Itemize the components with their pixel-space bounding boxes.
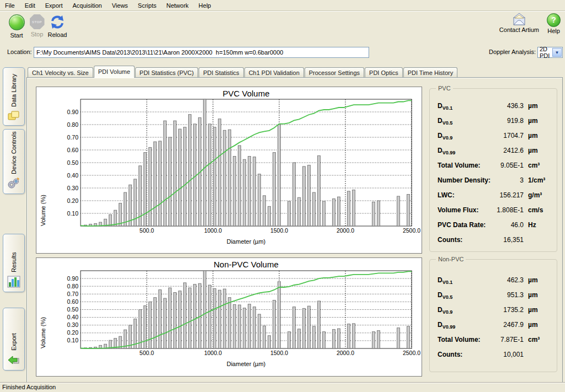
tab-ch1-velocity-vs-size[interactable]: Ch1 Velocity vs. Size (28, 67, 93, 78)
svg-text:1500.0: 1500.0 (270, 227, 288, 234)
svg-text:1000.0: 1000.0 (204, 227, 222, 234)
pvc-stat-row: Number Density:31/cm³ (438, 176, 551, 185)
stat-value: 2467.9 (455, 321, 528, 329)
doppler-analysis-select[interactable]: 2D PDI ▼ (537, 47, 563, 58)
reload-button[interactable]: Reload (42, 13, 72, 38)
stat-label: DV0.99 (438, 147, 455, 155)
location-input[interactable] (34, 47, 369, 58)
menu-item-file[interactable]: File (0, 1, 20, 10)
location-label: Location: (7, 49, 32, 55)
stat-unit: cm/s (528, 206, 551, 214)
sidebar-item-results[interactable]: Results (3, 234, 25, 292)
pvc-stat-row: PVC Data Rate:46.0Hz (438, 221, 551, 229)
location-row: Location: Doppler Analysis: 2D PDI ▼ (0, 46, 565, 58)
stat-unit: 1/cm³ (528, 176, 551, 184)
pvc-stats-rows: DV0.1436.3µmDV0.5919.8µmDV0.91704.7µmDV0… (438, 102, 551, 251)
stat-value: 2412.6 (455, 147, 528, 154)
stat-label: DV0.1 (438, 276, 452, 285)
svg-text:0.10: 0.10 (67, 210, 79, 217)
non-pvc-stat-row: DV0.1462.3µm (438, 276, 551, 284)
non-pvc-stat-row: DV0.91735.2µm (438, 306, 551, 314)
tab-pdi-statistics[interactable]: PDI Statistics (199, 67, 243, 78)
sidebar-item-label: Results (10, 234, 17, 276)
pvc-stat-row: DV0.1436.3µm (438, 102, 551, 110)
tab-pdi-volume[interactable]: PDI Volume (94, 66, 135, 78)
tab-pdi-optics[interactable]: PDI Optics (365, 67, 403, 78)
stat-label: DV0.99 (438, 321, 455, 330)
stat-label: Counts: (438, 236, 462, 244)
tab-ch1-pdi-validation[interactable]: Ch1 PDI Validation (244, 67, 304, 78)
application-window: FileEditExportAcquisitionViewsScriptsNet… (0, 0, 565, 392)
help-button[interactable]: ? Help (547, 11, 561, 34)
stat-unit: µm (528, 291, 551, 299)
non-pvc-stats-title: Non-PVC (436, 256, 466, 262)
svg-text:2500.0: 2500.0 (403, 350, 420, 356)
sidebar-item-device-controls[interactable]: Device Controls (3, 129, 25, 194)
tab-pdi-statistics-pvc-[interactable]: PDI Statistics (PVC) (135, 67, 198, 78)
stat-label: Total Volume: (438, 336, 481, 343)
status-bar: Finished Acquisition (0, 382, 565, 392)
pvc-volume-chart: PVC VolumeVolume (%)Diameter (µm)0.900.8… (36, 87, 422, 254)
svg-text:0.40: 0.40 (67, 314, 79, 320)
bar-chart-icon (7, 276, 20, 289)
doppler-analysis-value: 2D PDI (538, 46, 552, 59)
stat-value: 3 (491, 176, 528, 184)
non-pvc-stats-panel: Non-PVC DV0.1462.3µmDV0.5951.3µmDV0.9173… (429, 259, 557, 372)
pvc-stat-row: DV0.992412.6µm (438, 147, 551, 155)
contact-artium-button[interactable]: Contact Artium (499, 11, 539, 34)
svg-text:0.30: 0.30 (67, 321, 79, 328)
stat-label: DV0.1 (438, 102, 452, 111)
stat-value: 436.3 (452, 102, 528, 110)
svg-text:1500.0: 1500.0 (270, 350, 288, 356)
menu-item-acquisition[interactable]: Acquisition (68, 1, 107, 10)
tab-processor-settings[interactable]: Processor Settings (305, 67, 364, 78)
svg-text:0.20: 0.20 (67, 329, 79, 336)
pvc-stat-row: Counts:16,351 (438, 236, 551, 244)
stat-value: 7.87E-1 (481, 336, 528, 343)
svg-text:2000.0: 2000.0 (337, 227, 354, 234)
menu-item-scripts[interactable]: Scripts (133, 1, 162, 10)
svg-text:0.80: 0.80 (67, 121, 79, 128)
stat-unit: cm³ (528, 336, 551, 343)
menu-item-help[interactable]: Help (194, 1, 216, 10)
stat-unit: µm (528, 276, 551, 284)
menu-item-network[interactable]: Network (161, 1, 193, 10)
stat-value: 462.3 (452, 276, 528, 284)
chart-plot: 0.900.800.700.600.500.400.300.200.10500.… (36, 258, 422, 376)
status-text: Finished Acquisition (2, 384, 56, 390)
stat-unit: µm (528, 117, 551, 125)
stat-unit: cm³ (528, 162, 551, 169)
stat-unit: g/m³ (528, 191, 551, 199)
stat-value: 919.8 (452, 117, 528, 125)
help-icon: ? (547, 13, 561, 27)
pvc-stats-panel: PVC DV0.1436.3µmDV0.5919.8µmDV0.91704.7µ… (429, 88, 557, 252)
tab-pdi-time-history[interactable]: PDI Time History (403, 67, 458, 78)
sidebar-item-export[interactable]: Export (3, 308, 25, 370)
menu-item-edit[interactable]: Edit (20, 1, 40, 10)
stat-value: 156.217 (455, 191, 528, 199)
svg-text:500.0: 500.0 (140, 350, 154, 356)
stat-value: 1704.7 (452, 132, 528, 139)
envelope-icon (510, 12, 529, 26)
stat-value: 9.05E-1 (481, 162, 528, 169)
reload-label: Reload (42, 31, 72, 38)
svg-text:1000.0: 1000.0 (204, 350, 222, 356)
sidebar-item-data-library[interactable]: Data Library (3, 67, 25, 126)
stat-value: 10,001 (462, 351, 528, 358)
svg-text:500.0: 500.0 (140, 227, 154, 234)
chevron-down-icon: ▼ (552, 48, 562, 57)
stat-value: 951.3 (452, 291, 528, 299)
svg-text:0.90: 0.90 (67, 109, 79, 115)
pvc-stats-title: PVC (436, 85, 453, 92)
sidebar-item-label: Device Controls (10, 130, 17, 178)
non-pvc-stat-row: Counts:10,001 (438, 351, 551, 359)
svg-text:2000.0: 2000.0 (337, 350, 354, 356)
stat-value: 16,351 (462, 236, 528, 244)
pvc-stat-row: Volume Flux:1.808E-1cm/s (438, 206, 551, 214)
stat-label: DV0.9 (438, 306, 452, 315)
menu-item-views[interactable]: Views (107, 1, 133, 10)
menu-item-export[interactable]: Export (40, 1, 68, 10)
tab-strip: Ch1 Velocity vs. SizePDI VolumePDI Stati… (28, 66, 458, 78)
pvc-stat-row: DV0.5919.8µm (438, 117, 551, 125)
stat-label: Number Density: (438, 176, 491, 184)
